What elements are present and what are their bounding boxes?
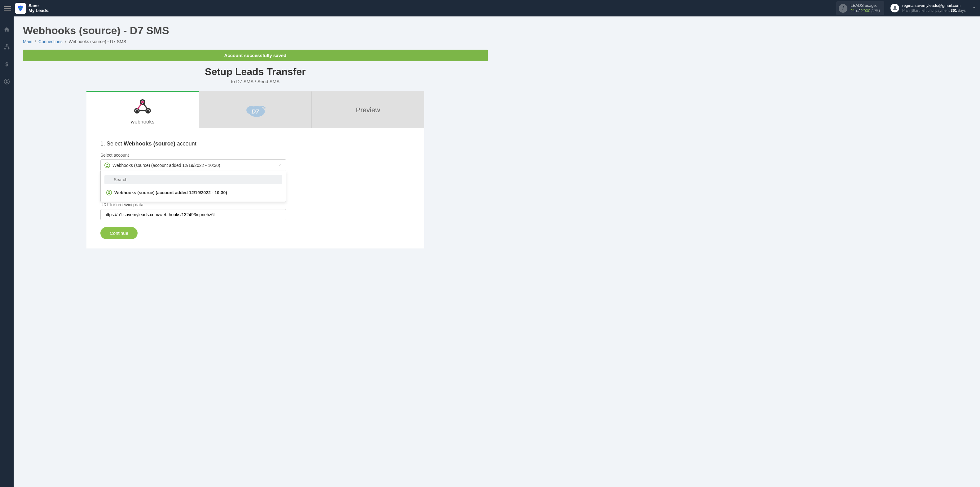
svg-point-17 [107,164,108,166]
dollar-icon: $ [4,61,10,67]
chevron-down-icon[interactable] [972,6,976,11]
step-1-title: 1. Select Webhooks (source) account [100,141,410,147]
account-select[interactable]: Webhooks (source) (account added 12/19/2… [100,160,286,171]
account-icon [106,190,112,195]
user-circle-icon [4,78,10,85]
info-icon: i [839,4,847,13]
breadcrumb-current: Webhooks (source) - D7 SMS [69,39,126,44]
url-input[interactable] [100,209,286,220]
svg-point-10 [141,101,144,103]
svg-text:D7: D7 [251,108,259,115]
webhooks-icon [132,95,153,117]
svg-text:$: $ [5,61,8,67]
sitemap-icon [4,44,10,50]
tab-destination[interactable]: D7 [199,91,312,128]
breadcrumb-connections[interactable]: Connections [38,39,63,44]
svg-point-20 [108,192,110,193]
svg-rect-3 [8,48,9,49]
user-plan: Plan |Start| left until payment 361 days [902,8,966,13]
svg-point-0 [894,6,896,8]
user-menu[interactable]: regina.savemyleads@gmail.com Plan |Start… [891,3,976,13]
home-icon [4,26,10,33]
sidebar: $ [0,16,14,487]
tab-preview-label: Preview [356,106,380,114]
selected-account-text: Webhooks (source) (account added 12/19/2… [113,163,220,168]
tab-source[interactable]: webhooks [86,91,199,128]
top-bar: Save My Leads. i LEADS usage: 21 of 2'00… [0,0,980,16]
step-panel: 1. Select Webhooks (source) account Sele… [86,128,424,249]
svg-point-6 [6,80,8,81]
setup-subtitle: to D7 SMS / Send SMS [23,79,488,84]
breadcrumb-main[interactable]: Main [23,39,32,44]
account-dropdown: Webhooks (source) (account added 12/19/2… [100,171,286,202]
sidebar-billing[interactable]: $ [3,61,11,68]
usage-value: 21 of 2'000 (1%) [851,8,880,14]
page-title: Webhooks (source) - D7 SMS [23,24,488,37]
account-icon [104,163,110,168]
app-logo[interactable] [15,3,26,14]
svg-point-11 [136,110,138,112]
account-option-1[interactable]: Webhooks (source) (account added 12/19/2… [104,187,282,198]
check-shield-icon [17,5,24,12]
select-account-label: Select account [100,153,410,158]
svg-rect-2 [4,48,6,49]
sidebar-account[interactable] [3,78,11,85]
usage-label: LEADS usage: [851,3,880,8]
app-name: Save My Leads. [29,3,49,13]
sidebar-connections[interactable] [3,43,11,51]
chevron-up-icon [278,163,282,168]
user-email: regina.savemyleads@gmail.com [902,3,966,8]
success-alert: Account successfully saved [23,49,488,61]
svg-rect-1 [6,44,8,46]
tab-preview[interactable]: Preview [312,91,424,128]
svg-point-12 [147,110,150,112]
d7-cloud-icon: D7 [245,99,266,121]
wizard-tabs: webhooks D7 Preview [86,91,424,128]
sidebar-home[interactable] [3,26,11,33]
account-search-input[interactable] [104,175,282,184]
avatar-icon [891,4,899,13]
menu-toggle-button[interactable] [4,5,11,12]
continue-button[interactable]: Continue [100,227,138,239]
tab-source-label: webhooks [131,119,154,125]
breadcrumb: Main / Connections / Webhooks (source) -… [23,39,488,44]
setup-title: Setup Leads Transfer [23,66,488,78]
leads-usage-box[interactable]: i LEADS usage: 21 of 2'000 (1%) [836,1,884,16]
url-label: URL for receiving data [100,202,286,207]
